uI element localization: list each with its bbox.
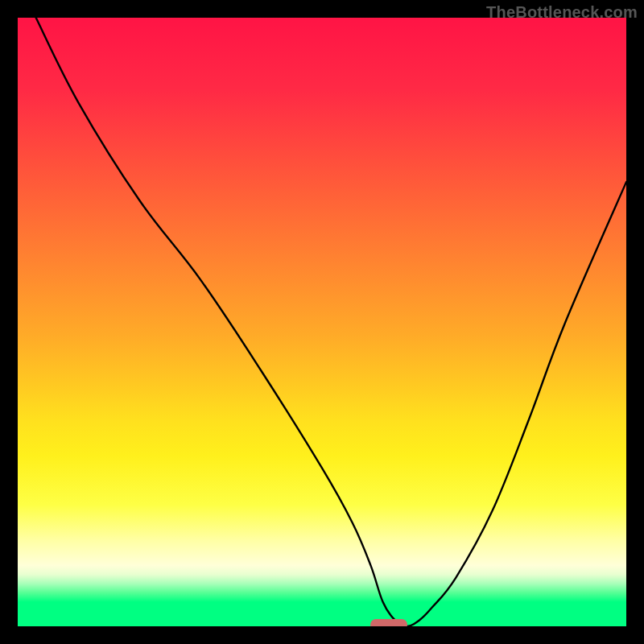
bottleneck-curve bbox=[18, 18, 626, 626]
plot-area bbox=[18, 18, 626, 626]
chart-container: TheBottleneck.com bbox=[0, 0, 644, 644]
optimal-marker bbox=[370, 619, 407, 626]
